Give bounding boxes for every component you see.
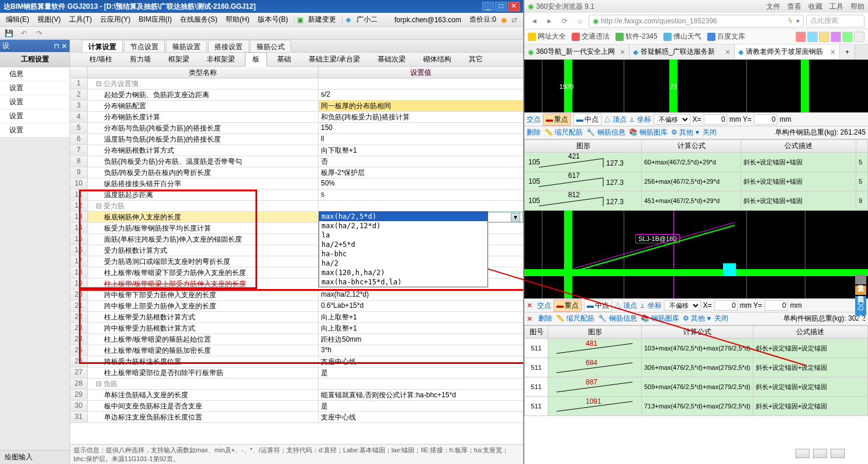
menu-cloud[interactable]: 云应用(Y): [96, 13, 134, 26]
subtab-foundation[interactable]: 基础: [269, 52, 299, 67]
menu-online[interactable]: 在线服务(S): [177, 13, 221, 26]
menu-help[interactable]: 帮助(H): [222, 13, 253, 26]
tree-item[interactable]: 设置: [0, 81, 70, 95]
del-x-icon[interactable]: ✕: [527, 315, 532, 323]
snap-coord[interactable]: ⊥ 坐标: [629, 115, 651, 125]
snap-intersect[interactable]: 交点: [527, 115, 541, 125]
rebar-lib-link[interactable]: 📚 钢筋图库: [641, 314, 679, 324]
other-link[interactable]: ⚙ 其他 ▾: [683, 314, 711, 324]
setting-value[interactable]: 距柱边50mm: [319, 334, 523, 345]
browser-tab[interactable]: ◆答疑解惑_广联达服务新✕: [630, 44, 735, 59]
snap-center-btn[interactable]: ▬中点: [573, 114, 601, 126]
grid-row[interactable]: 21跨中板带上部受力筋伸入支座的长度0.6*Lab+15*d: [70, 301, 523, 312]
reload-button[interactable]: ⟳: [558, 15, 571, 28]
back-button[interactable]: ◄: [528, 15, 541, 28]
setting-value[interactable]: 和负筋(跨板受力筋)搭接计算: [319, 112, 523, 122]
browser-tab[interactable]: ◉360导航_新一代安全上网✕: [524, 44, 630, 59]
setting-value[interactable]: 150: [319, 123, 523, 133]
grid-row[interactable]: 27柱上板带暗梁部位是否扣除平行板带筋是: [70, 367, 523, 379]
menu-edit[interactable]: 编辑(E): [2, 13, 33, 26]
feedback-tab[interactable]: 意见反馈: [855, 275, 866, 284]
bm-tool[interactable]: [796, 32, 806, 42]
close-link[interactable]: 关闭: [714, 314, 728, 324]
snap-vertex[interactable]: △ 顶点: [604, 115, 627, 125]
maximize-button[interactable]: □: [495, 2, 507, 11]
table-row[interactable]: 511887509+max(476/2,5*d)+max(279/2,5*d)斜…: [525, 377, 868, 397]
minimize-button[interactable]: _: [482, 2, 494, 11]
grid-row[interactable]: 2起始受力钢筋、负筋距支座边距离s/2: [70, 90, 523, 101]
tab-close-icon[interactable]: ✕: [830, 48, 836, 56]
subtab-shearwall[interactable]: 剪力墙: [122, 52, 158, 67]
cad-viewport-2[interactable]: SLJ-1B@180: [524, 211, 868, 298]
grid-row[interactable]: 10纵筋搭接接头错开百分率50%: [70, 178, 523, 190]
user-email[interactable]: forpk.chen@163.com: [391, 15, 465, 25]
rebar-info-link[interactable]: 🔧 钢筋信息: [586, 128, 625, 138]
bm-tool[interactable]: [831, 32, 841, 42]
y-input[interactable]: [754, 114, 777, 125]
br-menu-help[interactable]: 帮助: [850, 2, 864, 12]
dropdown-option[interactable]: la: [319, 231, 487, 240]
x-input[interactable]: [714, 300, 738, 311]
snap-coord[interactable]: ⊥ 坐标: [639, 301, 661, 311]
snap-intersect[interactable]: 交点: [537, 301, 551, 311]
subtab-masonry[interactable]: 砌体结构: [416, 52, 459, 67]
dropdown-toggle[interactable]: ▾: [511, 213, 520, 222]
grid-row[interactable]: 28⊟ 负筋: [70, 379, 523, 390]
forward-button[interactable]: ►: [543, 15, 556, 28]
grid-row[interactable]: 8负筋(跨板受力筋)分布筋、温度筋是否带弯勾否: [70, 156, 523, 167]
subtab-other[interactable]: 其它: [461, 52, 490, 67]
br-menu-file[interactable]: 文件: [766, 2, 780, 12]
delete-link[interactable]: 删除: [538, 314, 552, 324]
grid-row[interactable]: 31单边标注支座负筋标注长度位置支座中心线: [70, 412, 523, 423]
grid-row[interactable]: 7分布钢筋根数计算方式向下取整+1: [70, 145, 523, 156]
setting-value[interactable]: 支座中心线: [319, 412, 523, 422]
delete-link[interactable]: 删除: [527, 128, 541, 138]
tab-stirrup-formula[interactable]: 箍筋公式: [250, 40, 291, 52]
tab-lap-settings[interactable]: 搭接设置: [208, 40, 249, 52]
qq-tab[interactable]: QQ咨询: [855, 296, 866, 315]
menu-view[interactable]: 视图(V): [34, 13, 64, 26]
scale-link[interactable]: 📏 缩尺配筋: [556, 314, 594, 324]
url-input[interactable]: ◉ http://e.fwxgx.com/question_1852396 ϟ …: [589, 15, 804, 28]
table-row[interactable]: 812127.3105451+max(467/2,5*d)+29*d斜长+设定锚…: [525, 191, 868, 211]
x-input[interactable]: [704, 114, 727, 125]
grid-row[interactable]: 20跨中板带下部受力筋伸入支座的长度max(ha/2,12*d): [70, 290, 523, 301]
tree-item[interactable]: 设置: [0, 123, 70, 138]
snap-center-btn[interactable]: ▬中点: [584, 300, 612, 312]
browser-tab[interactable]: ◆请教老师关于坡屋面钢筋✕: [735, 44, 840, 59]
bookmark-item[interactable]: 百度文库: [707, 32, 745, 42]
snap-midpoint-btn[interactable]: ▬重点: [543, 114, 571, 126]
grid-row[interactable]: 11温度筋起步距离s: [70, 190, 523, 201]
menu-version[interactable]: 版本号(B): [254, 13, 292, 26]
snap-vertex[interactable]: △ 顶点: [614, 301, 637, 311]
bookmark-item[interactable]: 网址大全: [528, 32, 566, 42]
subtab-secbeam[interactable]: 基础次梁: [370, 52, 413, 67]
close-button[interactable]: ✕: [508, 2, 520, 11]
grid-row[interactable]: 22柱上板带受力筋根数计算方式向上取整+1: [70, 312, 523, 323]
home-button[interactable]: ⌂: [573, 15, 586, 28]
grid-row[interactable]: 24柱上板带/板带暗梁的箍筋起始位置距柱边50mm: [70, 334, 523, 345]
grid-row[interactable]: 5分布筋与负筋(跨板受力筋)的搭接长度150: [70, 123, 523, 134]
other-link[interactable]: ⚙ 其他 ▾: [671, 128, 699, 138]
dropdown-option[interactable]: max(ha-bhc+15*d,la): [319, 277, 487, 287]
dropdown-option[interactable]: max(120,h,ha/2): [319, 268, 487, 277]
setting-value[interactable]: 支座中心线: [319, 356, 523, 367]
setting-value[interactable]: 向下取整+1: [319, 145, 523, 156]
subtab-slab[interactable]: 板: [245, 52, 267, 67]
setting-value[interactable]: 0.6*Lab+15*d: [319, 301, 523, 311]
cad-viewport-1[interactable]: 1920 21: [524, 60, 868, 112]
setting-value[interactable]: [319, 201, 523, 211]
dropdown-option[interactable]: ha/2+5*d: [319, 240, 487, 249]
setting-value[interactable]: 否: [319, 156, 523, 167]
arrows-icon[interactable]: ⇄: [511, 16, 517, 24]
grid-row[interactable]: 9负筋/跨板受力筋在板内的弯折长度板厚-2*保护层: [70, 167, 523, 178]
grid-row[interactable]: 12⊟ 受力筋: [70, 201, 523, 212]
setting-value[interactable]: 板厚-2*保护层: [319, 167, 523, 178]
dropdown-option[interactable]: ha/2: [319, 259, 487, 268]
bookmark-item[interactable]: 软件-2345: [615, 32, 658, 42]
grid-row[interactable]: 4分布钢筋长度计算和负筋(跨板受力筋)搭接计算: [70, 112, 523, 123]
follow-tab[interactable]: 关注我们: [855, 286, 866, 295]
redo-button[interactable]: ↷: [33, 28, 46, 39]
setting-value[interactable]: 同一板厚的分布筋相同: [319, 101, 523, 111]
setting-value[interactable]: 向上取整+1: [319, 323, 523, 334]
